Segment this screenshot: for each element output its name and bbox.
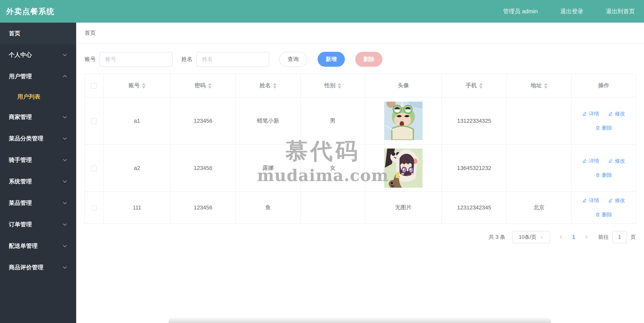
column-header-phone[interactable]: 手机: [442, 74, 506, 97]
sidebar-item-label: 菜品分类管理: [9, 135, 43, 142]
column-header-account[interactable]: 账号: [104, 74, 170, 97]
goto-page-input[interactable]: [612, 231, 627, 243]
chevron-right-icon: [584, 235, 589, 240]
detail-link[interactable]: 详情: [582, 157, 599, 164]
main-content: 首页 账号 姓名 查询 新增 删除 账号 密码 姓名: [76, 23, 644, 323]
sidebar-item-delivery-management[interactable]: 配送单管理: [0, 235, 76, 257]
total-count-label: 共 3 条: [488, 233, 505, 241]
sort-icon[interactable]: [273, 83, 276, 89]
select-all-checkbox[interactable]: [91, 83, 97, 89]
delete-link[interactable]: 删除: [595, 172, 612, 179]
query-button[interactable]: 查询: [279, 52, 307, 67]
breadcrumb: 首页: [85, 29, 96, 37]
row-checkbox[interactable]: [91, 205, 97, 211]
sidebar-item-dish-management[interactable]: 菜品管理: [0, 192, 76, 214]
sidebar-item-rider-management[interactable]: 骑手管理: [0, 149, 76, 171]
chevron-down-icon: [62, 222, 68, 227]
cell-gender: [300, 192, 365, 224]
sidebar-item-merchant-management[interactable]: 商家管理: [0, 106, 76, 128]
column-header-address[interactable]: 地址: [506, 74, 572, 97]
sidebar-subitem-label: 用户列表: [17, 93, 40, 101]
chevron-down-icon: [540, 235, 544, 239]
sidebar-item-system-management[interactable]: 系统管理: [0, 171, 76, 192]
sidebar-item-label: 个人中心: [9, 51, 32, 59]
sort-icon[interactable]: [544, 83, 548, 89]
next-page-button[interactable]: [584, 235, 589, 240]
edit-icon: [608, 158, 613, 163]
page-number-1[interactable]: 1: [572, 234, 575, 240]
sort-icon[interactable]: [142, 83, 146, 89]
sidebar-item-personal-center[interactable]: 个人中心: [0, 44, 76, 66]
detail-link[interactable]: 详情: [582, 110, 599, 117]
cell-avatar: [365, 97, 442, 144]
page-size-select[interactable]: 10条/页: [512, 231, 550, 243]
pagination: 共 3 条 10条/页 1 前往 页: [76, 231, 636, 243]
cell-phone: 13122334325: [442, 97, 506, 144]
cell-password: 123456: [170, 97, 236, 144]
table-row: a2 123456 露娜 女: [84, 144, 636, 192]
avatar-image: [384, 102, 422, 140]
chevron-down-icon: [62, 179, 68, 184]
page-unit-label: 页: [630, 234, 636, 241]
sidebar-item-label: 配送单管理: [9, 242, 38, 250]
edit-icon: [582, 158, 587, 163]
sidebar-item-label: 订单管理: [9, 221, 32, 228]
sidebar-item-label: 系统管理: [9, 178, 32, 185]
column-header-avatar: 头像: [365, 74, 442, 97]
column-header-name[interactable]: 姓名: [236, 74, 300, 97]
goto-label: 前往: [598, 234, 609, 241]
edit-link[interactable]: 修改: [608, 110, 625, 117]
sidebar-item-label: 骑手管理: [9, 156, 32, 164]
table-header-row: 账号 密码 姓名 性别 头像 手机 地址 操作: [84, 74, 636, 97]
add-button[interactable]: 新增: [318, 52, 345, 67]
chevron-down-icon: [62, 157, 68, 163]
sidebar-subitem-user-list[interactable]: 用户列表: [0, 87, 76, 106]
filter-bar: 账号 姓名 查询 新增 删除: [85, 52, 644, 67]
sort-icon[interactable]: [479, 83, 482, 89]
delete-link[interactable]: 删除: [595, 211, 612, 218]
cell-name: 露娜: [236, 144, 300, 192]
cell-account: a2: [104, 144, 170, 192]
sort-icon[interactable]: [338, 83, 341, 89]
cell-phone: 12312342345: [442, 192, 506, 224]
sidebar-item-dish-category-management[interactable]: 菜品分类管理: [0, 128, 76, 149]
cell-name: 蜡笔小新: [236, 97, 300, 144]
sidebar-item-label: 商家管理: [9, 113, 32, 121]
sidebar-item-home[interactable]: 首页: [0, 23, 76, 44]
sidebar-item-user-management[interactable]: 用户管理: [0, 66, 76, 87]
admin-user-label[interactable]: 管理员 admin: [503, 7, 538, 15]
chevron-down-icon: [62, 114, 68, 120]
trash-icon: [595, 125, 600, 130]
delete-link[interactable]: 删除: [595, 124, 612, 131]
sidebar-item-label: 菜品管理: [9, 199, 32, 207]
trash-icon: [595, 173, 600, 178]
row-checkbox[interactable]: [91, 118, 97, 124]
trash-icon: [595, 212, 600, 217]
sidebar-item-order-management[interactable]: 订单管理: [0, 214, 76, 235]
logout-link[interactable]: 退出登录: [560, 7, 583, 15]
column-header-password[interactable]: 密码: [170, 74, 236, 97]
chevron-left-icon: [558, 235, 564, 240]
cell-password: 123456: [170, 192, 236, 224]
column-header-gender[interactable]: 性别: [300, 74, 365, 97]
cell-address: [506, 144, 572, 192]
edit-link[interactable]: 修改: [608, 197, 625, 204]
account-input[interactable]: [100, 52, 172, 67]
exit-to-home-link[interactable]: 退出到首页: [606, 7, 635, 15]
detail-link[interactable]: 详情: [582, 197, 599, 204]
cell-avatar: [365, 144, 442, 192]
prev-page-button[interactable]: [558, 235, 564, 240]
name-input[interactable]: [196, 52, 269, 67]
sidebar-item-review-management[interactable]: 商品评价管理: [0, 257, 76, 278]
sidebar-item-label: 商品评价管理: [9, 264, 43, 271]
row-checkbox[interactable]: [91, 166, 97, 171]
sidebar-item-label: 首页: [9, 29, 20, 37]
delete-button[interactable]: 删除: [355, 52, 382, 67]
sort-icon[interactable]: [208, 83, 212, 89]
user-table: 账号 密码 姓名 性别 头像 手机 地址 操作: [84, 74, 636, 224]
avatar-image: [384, 148, 422, 188]
header-checkbox-cell: [84, 74, 104, 97]
cell-address: 北京: [506, 192, 572, 224]
edit-link[interactable]: 修改: [608, 157, 625, 164]
cell-account: 111: [104, 192, 170, 224]
